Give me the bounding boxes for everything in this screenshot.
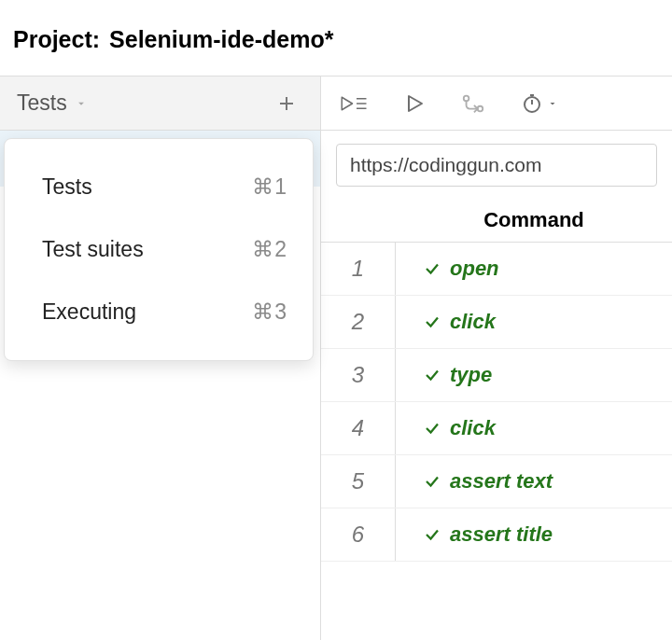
- row-number: 1: [321, 243, 396, 295]
- project-name[interactable]: Selenium-ide-demo*: [109, 26, 333, 53]
- command-grid: 1 open 2 click 3: [321, 243, 672, 562]
- chevron-down-icon: [75, 90, 88, 116]
- svg-marker-2: [342, 97, 352, 110]
- tests-dropdown-label: Tests: [17, 90, 67, 116]
- sidebar-toolbar: Tests: [0, 77, 320, 131]
- shortcut-label: ⌘2: [252, 237, 287, 262]
- main-panel: Command 1 open 2 click: [321, 77, 672, 640]
- command-text: assert text: [450, 469, 553, 494]
- dropdown-item-label: Executing: [42, 299, 136, 325]
- command-row[interactable]: 3 type: [321, 349, 672, 402]
- tests-dropdown-menu: Tests ⌘1 Test suites ⌘2 Executing ⌘3: [4, 138, 314, 361]
- dropdown-item-label: Tests: [42, 174, 92, 200]
- check-icon: [424, 313, 441, 330]
- chevron-down-icon: [547, 98, 558, 109]
- step-button[interactable]: [461, 92, 485, 115]
- svg-point-7: [464, 95, 469, 101]
- dropdown-item-tests[interactable]: Tests ⌘1: [5, 156, 313, 218]
- check-icon: [424, 526, 441, 543]
- check-icon: [424, 260, 441, 277]
- shortcut-label: ⌘1: [252, 174, 287, 200]
- dropdown-item-label: Test suites: [42, 237, 144, 262]
- command-row[interactable]: 4 click: [321, 402, 672, 455]
- run-current-button[interactable]: [403, 92, 426, 115]
- row-number: 6: [321, 508, 396, 561]
- app-header: Project: Selenium-ide-demo*: [0, 0, 672, 76]
- base-url-input[interactable]: [336, 144, 657, 187]
- command-row[interactable]: 5 assert text: [321, 455, 672, 508]
- command-text: click: [450, 310, 496, 334]
- svg-marker-6: [409, 96, 422, 111]
- command-text: click: [450, 416, 496, 440]
- check-icon: [424, 367, 441, 383]
- command-text: type: [450, 363, 492, 387]
- command-text: assert title: [450, 522, 553, 547]
- url-row: [321, 131, 672, 198]
- row-number: 3: [321, 349, 396, 401]
- dropdown-item-test-suites[interactable]: Test suites ⌘2: [5, 218, 313, 281]
- speed-control[interactable]: [521, 92, 558, 115]
- row-number: 5: [321, 455, 396, 508]
- shortcut-label: ⌘3: [252, 299, 287, 325]
- add-test-button[interactable]: [270, 87, 303, 120]
- toolbar: [321, 77, 672, 131]
- row-number: 4: [321, 402, 396, 454]
- dropdown-item-executing[interactable]: Executing ⌘3: [5, 281, 313, 343]
- check-icon: [424, 473, 441, 490]
- row-number: 2: [321, 296, 396, 348]
- tests-dropdown-trigger[interactable]: Tests: [17, 90, 88, 116]
- run-all-button[interactable]: [340, 92, 368, 115]
- check-icon: [424, 420, 441, 437]
- command-row[interactable]: 6 assert title: [321, 508, 672, 562]
- command-row[interactable]: 1 open: [321, 243, 672, 296]
- command-row[interactable]: 2 click: [321, 296, 672, 349]
- project-label: Project:: [13, 26, 100, 53]
- command-text: open: [450, 257, 499, 281]
- grid-header: Command: [321, 198, 672, 243]
- command-column-header: Command: [396, 208, 672, 232]
